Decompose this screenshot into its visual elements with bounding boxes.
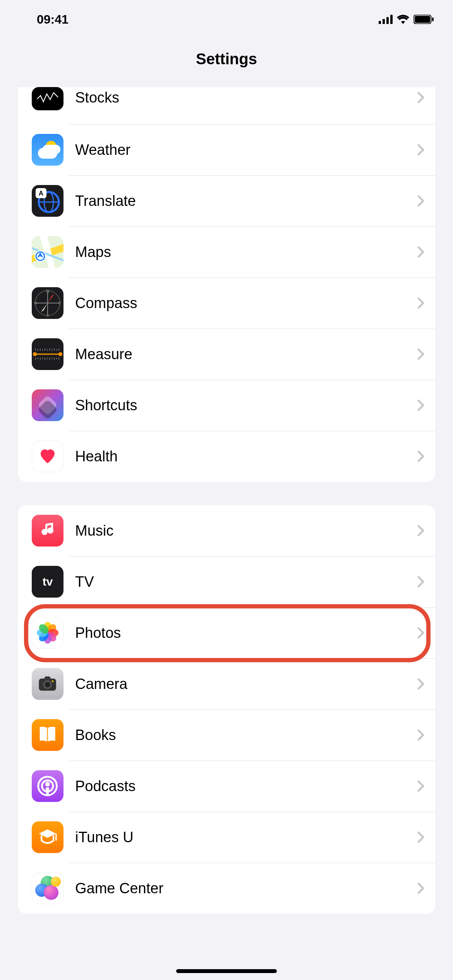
row-label: Compass — [75, 295, 417, 312]
measure-icon — [32, 338, 63, 370]
chevron-right-icon — [417, 451, 424, 462]
status-time: 09:41 — [37, 12, 69, 27]
weather-icon — [32, 134, 63, 166]
status-bar: 09:41 — [0, 0, 453, 39]
chevron-right-icon — [417, 831, 424, 843]
svg-text:S: S — [46, 314, 49, 317]
battery-icon — [414, 15, 434, 24]
translate-icon: A — [32, 185, 63, 217]
row-label: iTunes U — [75, 829, 417, 846]
row-label: Music — [75, 523, 417, 539]
compass-icon: NSWE — [32, 287, 63, 319]
settings-row-health[interactable]: Health — [18, 431, 435, 482]
chevron-right-icon — [417, 780, 424, 792]
settings-row-gamecenter[interactable]: Game Center — [18, 863, 435, 914]
tv-icon: tv — [32, 566, 63, 598]
camera-icon — [32, 668, 63, 700]
row-label: Health — [75, 448, 417, 465]
svg-text:E: E — [58, 301, 61, 305]
row-label: Books — [75, 727, 417, 744]
chevron-right-icon — [417, 525, 424, 536]
page-title: Settings — [0, 50, 453, 68]
settings-row-itunesu[interactable]: iTunes U — [18, 812, 435, 863]
podcasts-icon — [32, 770, 63, 802]
cellular-icon — [379, 15, 393, 24]
row-label: Measure — [75, 346, 417, 363]
settings-row-music[interactable]: Music — [18, 505, 435, 556]
health-icon — [32, 440, 63, 472]
chevron-right-icon — [417, 678, 424, 690]
svg-point-69 — [45, 782, 50, 786]
books-icon — [32, 719, 63, 751]
chevron-right-icon — [417, 348, 424, 360]
svg-rect-3 — [390, 15, 393, 24]
chevron-right-icon — [417, 246, 424, 258]
row-label: Podcasts — [75, 778, 417, 795]
music-icon — [32, 515, 63, 547]
chevron-right-icon — [417, 729, 424, 741]
svg-point-65 — [52, 680, 53, 682]
row-label: Maps — [75, 244, 417, 260]
shortcuts-icon — [32, 389, 63, 421]
settings-row-podcasts[interactable]: Podcasts — [18, 761, 435, 812]
svg-text:W: W — [34, 301, 38, 305]
row-label: Camera — [75, 676, 417, 692]
svg-rect-0 — [379, 21, 381, 24]
svg-rect-2 — [386, 17, 389, 24]
settings-row-weather[interactable]: Weather — [18, 124, 435, 175]
chevron-right-icon — [417, 576, 424, 588]
chevron-right-icon — [417, 399, 424, 411]
row-label: TV — [75, 574, 417, 590]
settings-row-photos[interactable]: Photos — [18, 607, 435, 658]
row-label: Shortcuts — [75, 397, 417, 414]
svg-point-27 — [58, 352, 62, 356]
settings-row-shortcuts[interactable]: Shortcuts — [18, 380, 435, 431]
svg-text:N: N — [46, 289, 49, 293]
svg-text:A: A — [39, 190, 43, 197]
svg-rect-5 — [415, 16, 430, 23]
settings-row-maps[interactable]: Maps — [18, 226, 435, 278]
svg-point-26 — [33, 352, 37, 356]
settings-row-tv[interactable]: tv TV — [18, 556, 435, 607]
chevron-right-icon — [417, 627, 424, 639]
row-label: Stocks — [75, 89, 417, 106]
settings-row-compass[interactable]: NSWE Compass — [18, 278, 435, 329]
chevron-right-icon — [417, 144, 424, 156]
settings-row-measure[interactable]: Measure — [18, 329, 435, 380]
chevron-right-icon — [417, 882, 424, 894]
svg-marker-19 — [48, 294, 54, 303]
gamecenter-icon — [32, 872, 63, 904]
status-icons — [379, 15, 434, 24]
row-label: Weather — [75, 142, 417, 158]
chevron-right-icon — [417, 297, 424, 309]
nav-bar: Settings — [0, 39, 453, 87]
photos-icon — [32, 617, 63, 649]
row-label: Translate — [75, 193, 417, 209]
svg-marker-20 — [41, 303, 48, 312]
chevron-right-icon — [417, 92, 424, 103]
svg-point-64 — [45, 682, 50, 687]
row-label: Photos — [75, 625, 417, 641]
settings-group-apps-1: Stocks Weather A Translate Maps NSWE Com… — [18, 87, 435, 482]
row-label: Game Center — [75, 880, 417, 897]
maps-icon — [32, 236, 63, 268]
settings-group-apps-2: Music tv TV Photos — [18, 505, 435, 914]
itunesu-icon — [32, 821, 63, 853]
svg-rect-6 — [432, 17, 434, 21]
svg-rect-1 — [383, 19, 385, 24]
stocks-icon — [32, 87, 63, 110]
settings-row-translate[interactable]: A Translate — [18, 175, 435, 226]
settings-row-stocks[interactable]: Stocks — [18, 87, 435, 124]
settings-row-camera[interactable]: Camera — [18, 658, 435, 709]
wifi-icon — [396, 15, 410, 24]
settings-row-books[interactable]: Books — [18, 709, 435, 761]
chevron-right-icon — [417, 195, 424, 207]
home-indicator[interactable] — [176, 969, 277, 973]
